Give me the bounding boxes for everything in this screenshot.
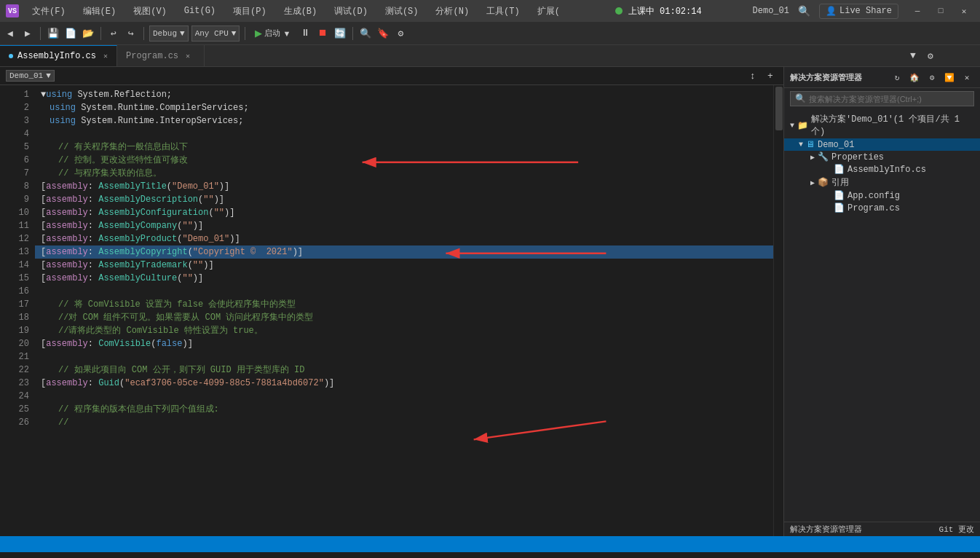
code-line-19[interactable]: //请将此类型的 ComVisible 特性设置为 true。 [35,324,773,337]
menu-project[interactable]: 项目(P) [229,4,271,19]
code-line-14[interactable]: [ assembly : AssemblyTrademark ( "" )] [35,259,773,272]
toolbar-bookmark[interactable]: 🔖 [376,26,390,41]
tab-program-close[interactable]: ✕ [186,52,190,60]
toolbar-back[interactable]: ◀ [3,26,17,41]
code-line-23[interactable]: [ assembly : Guid ( "ecaf3706-05ce-4099-… [35,377,773,390]
code-line-12[interactable]: [ assembly : AssemblyProduct ( "Demo_01"… [35,232,773,245]
tree-solution[interactable]: ▼ 📁 解决方案'Demo_01'(1 个项目/共 1 个) [784,112,980,138]
debug-config-dropdown[interactable]: Debug ▼ [149,25,189,42]
run-button[interactable]: ▶ 启动 ▼ [250,27,295,39]
tab-layout-button[interactable]: ⚙ [923,49,938,63]
toolbar-new-file[interactable]: 📄 [63,26,78,41]
code-line-24[interactable] [35,390,773,403]
code-content[interactable]: ▼ using System.Reflection; using System.… [35,85,773,536]
tab-assemblyinfo[interactable]: AssemblyInfo.cs ✕ [0,45,117,66]
menu-git[interactable]: Git(G) [180,4,220,17]
editor-actions: ↕ + [746,68,778,83]
menu-build[interactable]: 生成(B) [280,4,322,19]
code-line-15[interactable]: [ assembly : AssemblyCulture ( "" )] [35,272,773,285]
minimize-button[interactable]: — [907,4,928,18]
code-line-26[interactable]: // [35,416,773,429]
ln-6: 6 [3,154,29,167]
editor-sync-button[interactable]: ↕ [746,68,760,83]
editor-expand-button[interactable]: + [763,68,778,83]
close-button[interactable]: ✕ [954,4,974,18]
toolbar-pause[interactable]: ⏸ [298,26,312,41]
side-panel-close[interactable]: ✕ [960,70,974,85]
code-line-8[interactable]: [ assembly : AssemblyTitle ( "Demo_01" )… [35,180,773,193]
code-line-5[interactable]: // 有关程序集的一般信息由以下 [35,141,773,154]
code-line-11[interactable]: [ assembly : AssemblyCompany ( "" )] [35,219,773,232]
menu-view[interactable]: 视图(V) [129,4,171,19]
toolbar-restart[interactable]: 🔄 [333,26,347,41]
code-line-10[interactable]: [ assembly : AssemblyConfiguration ( "" … [35,206,773,219]
scrollbar-thumb[interactable] [775,87,783,130]
toolbar-open[interactable]: 📂 [81,26,95,41]
tab-list-button[interactable]: ▼ [906,49,920,63]
code-line-25[interactable]: // 程序集的版本信息由下列四个值组成: [35,403,773,416]
menu-test[interactable]: 测试(S) [381,4,423,19]
code-line-17[interactable]: // 将 ComVisible 设置为 false 会使此程序集中的类型 [35,298,773,311]
tree-program[interactable]: 📄 Program.cs [784,202,980,214]
menu-edit[interactable]: 编辑(E) [79,4,121,19]
code-line-21[interactable] [35,350,773,364]
editor-project-dropdown[interactable]: Demo_01 ▼ [6,70,55,82]
tree-references-arrow: ▶ [810,178,815,187]
toolbar-stop[interactable]: ⏹ [315,26,330,41]
code-line-4[interactable] [35,127,773,141]
run-dropdown-arrow: ▼ [282,29,291,38]
toolbar-search[interactable]: 🔍 [358,26,373,41]
code-area: 1 2 3 4 5 6 7 8 9 10 11 12 13 14 15 16 1… [0,85,783,536]
toolbar-settings[interactable]: ⚙ [393,26,408,41]
editor-scrollbar[interactable] [773,85,783,536]
solution-search-input[interactable] [809,95,969,103]
menu-debug[interactable]: 调试(D) [330,4,372,19]
code-line-13[interactable]: [ assembly : AssemblyCopyright ( "Copyri… [35,245,773,259]
side-panel-settings[interactable]: ⚙ [925,70,939,85]
toolbar-save-all[interactable]: 💾 [46,26,60,41]
live-share-button[interactable]: 👤 Live Share [819,4,898,19]
menu-file[interactable]: 文件(F) [28,4,70,19]
code-line-2[interactable]: using System.Runtime.CompilerServices; [35,101,773,114]
properties-icon: 🔧 [818,152,829,162]
tree-references[interactable]: ▶ 📦 引用 [784,176,980,189]
tree-project[interactable]: ▼ 🖥 Demo_01 [784,138,980,151]
vs-logo: VS [6,4,19,17]
footer-git-label[interactable]: Git 更改 [939,524,974,535]
tab-program[interactable]: Program.cs ✕ [117,45,205,66]
code-line-1[interactable]: ▼ using System.Reflection; [35,88,773,101]
tree-appconfig[interactable]: 📄 App.config [784,189,980,202]
solution-tree: ▼ 📁 解决方案'Demo_01'(1 个项目/共 1 个) ▼ 🖥 Demo_… [784,109,980,522]
code-line-6[interactable]: // 控制。更改这些特性值可修改 [35,154,773,167]
menu-tools[interactable]: 工具(T) [482,4,524,19]
code-line-18[interactable]: //对 COM 组件不可见。如果需要从 COM 访问此程序集中的类型 [35,311,773,324]
footer-solution-label[interactable]: 解决方案资源管理器 [790,524,933,535]
code-line-20[interactable]: [ assembly : ComVisible ( false )] [35,337,773,350]
code-line-3[interactable]: using System.Runtime.InteropServices; [35,114,773,127]
tree-assemblyinfo[interactable]: 📄 AssemblyInfo.cs [784,163,980,176]
toolbar-undo[interactable]: ↩ [106,26,121,41]
toolbar-redo[interactable]: ↪ [124,26,138,41]
session-label[interactable]: 上课中 01:02:14 [628,5,702,17]
search-icon[interactable]: 🔍 [798,5,810,17]
toolbar-forward[interactable]: ▶ [20,26,35,41]
project-icon: 🖥 [806,139,815,150]
side-panel-home[interactable]: 🏠 [907,70,922,85]
code-line-7[interactable]: // 与程序集关联的信息。 [35,167,773,180]
code-line-16[interactable] [35,285,773,298]
menu-analyze[interactable]: 分析(N) [431,4,473,19]
code-line-9[interactable]: [ assembly : AssemblyDescription ( "" )] [35,193,773,206]
menu-extensions[interactable]: 扩展( [533,4,564,19]
ln-11: 11 [3,219,29,232]
side-panel-filter[interactable]: 🔽 [942,70,957,85]
code-line-22[interactable]: // 如果此项目向 COM 公开，则下列 GUID 用于类型库的 ID [35,364,773,377]
tree-properties[interactable]: ▶ 🔧 Properties [784,151,980,163]
ln-17: 17 [3,298,29,311]
side-panel-refresh[interactable]: ↻ [890,70,904,85]
maximize-button[interactable]: □ [930,4,951,18]
platform-dropdown[interactable]: Any CPU ▼ [191,25,240,42]
ln-21: 21 [3,350,29,364]
ln-13: 13 [3,245,29,259]
ln-19: 19 [3,324,29,337]
tab-assemblyinfo-close[interactable]: ✕ [103,52,108,60]
